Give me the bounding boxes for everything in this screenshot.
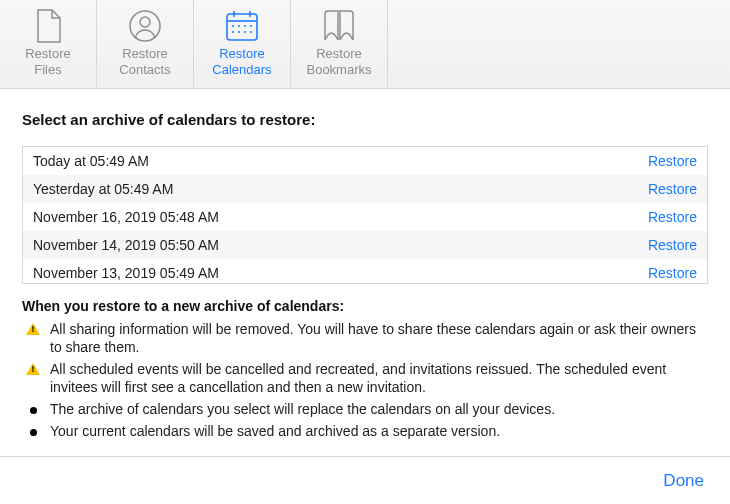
tab-label: Contacts [119, 62, 170, 78]
notes-title: When you restore to a new archive of cal… [22, 298, 708, 314]
note-text: The archive of calendars you select will… [50, 400, 555, 418]
archive-label: November 14, 2019 05:50 AM [33, 237, 219, 253]
done-button[interactable]: Done [663, 471, 704, 491]
note-row: The archive of calendars you select will… [22, 400, 708, 418]
bullet-icon [26, 424, 40, 438]
archive-row: November 16, 2019 05:48 AM Restore [23, 203, 707, 231]
tab-label: Bookmarks [306, 62, 371, 78]
page-title: Select an archive of calendars to restor… [22, 111, 708, 128]
tab-label: Restore [122, 46, 168, 62]
note-text: Your current calendars will be saved and… [50, 422, 500, 440]
tab-label: Files [34, 62, 61, 78]
archive-row: Today at 05:49 AM Restore [23, 147, 707, 175]
archive-row: November 14, 2019 05:50 AM Restore [23, 231, 707, 259]
tab-label: Restore [219, 46, 265, 62]
svg-point-1 [140, 17, 150, 27]
content-area: Select an archive of calendars to restor… [0, 89, 730, 440]
archive-label: November 16, 2019 05:48 AM [33, 209, 219, 225]
warning-icon [26, 362, 40, 376]
tab-restore-bookmarks[interactable]: Restore Bookmarks [291, 0, 388, 88]
bookmark-icon [321, 6, 357, 46]
file-icon [34, 6, 62, 46]
restore-link[interactable]: Restore [648, 209, 697, 225]
tab-restore-calendars[interactable]: Restore Calendars [194, 0, 291, 88]
restore-link[interactable]: Restore [648, 265, 697, 281]
note-text: All sharing information will be removed.… [50, 320, 708, 356]
archive-label: Yesterday at 05:49 AM [33, 181, 173, 197]
restore-link[interactable]: Restore [648, 181, 697, 197]
archive-label: November 13, 2019 05:49 AM [33, 265, 219, 281]
restore-link[interactable]: Restore [648, 237, 697, 253]
tab-label: Restore [25, 46, 71, 62]
note-row: All scheduled events will be cancelled a… [22, 360, 708, 396]
tab-restore-contacts[interactable]: Restore Contacts [97, 0, 194, 88]
calendar-icon [225, 6, 259, 46]
svg-rect-2 [227, 14, 257, 40]
svg-point-0 [130, 11, 160, 41]
note-row: All sharing information will be removed.… [22, 320, 708, 356]
archive-label: Today at 05:49 AM [33, 153, 149, 169]
restore-link[interactable]: Restore [648, 153, 697, 169]
archive-list[interactable]: Today at 05:49 AM Restore Yesterday at 0… [22, 146, 708, 284]
note-row: Your current calendars will be saved and… [22, 422, 708, 440]
tab-label: Calendars [212, 62, 271, 78]
contact-icon [128, 6, 162, 46]
archive-row: November 13, 2019 05:49 AM Restore [23, 259, 707, 284]
tab-restore-files[interactable]: Restore Files [0, 0, 97, 88]
footer-bar: Done [0, 456, 730, 504]
tab-label: Restore [316, 46, 362, 62]
archive-row: Yesterday at 05:49 AM Restore [23, 175, 707, 203]
bullet-icon [26, 402, 40, 416]
notes-section: When you restore to a new archive of cal… [22, 298, 708, 440]
note-text: All scheduled events will be cancelled a… [50, 360, 708, 396]
warning-icon [26, 322, 40, 336]
tab-bar: Restore Files Restore Contacts [0, 0, 730, 89]
